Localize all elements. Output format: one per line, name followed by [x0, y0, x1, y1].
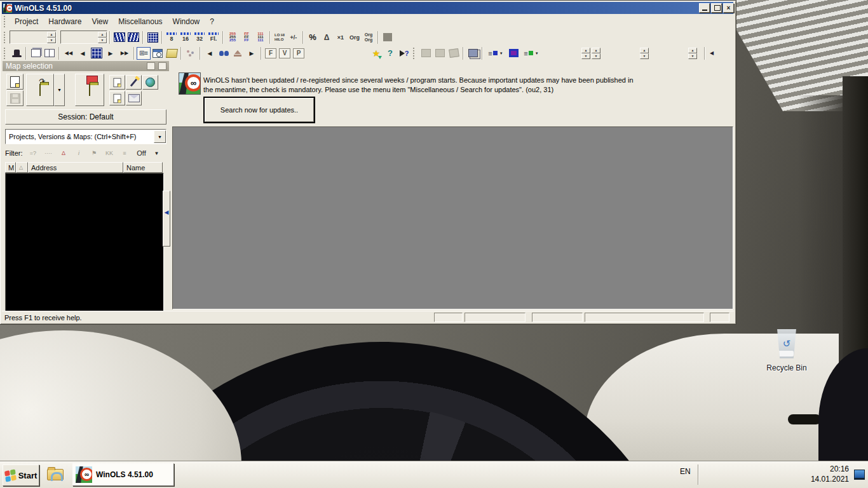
format-8bit-button[interactable]: 8 — [165, 31, 179, 44]
nav-first-button[interactable]: ◀◀ — [62, 47, 76, 60]
import-file-button[interactable] — [109, 75, 125, 90]
color-scheme-button[interactable] — [506, 47, 520, 60]
search-maps-disabled-1[interactable] — [419, 47, 433, 60]
map-list-area[interactable] — [5, 173, 164, 312]
column-m[interactable]: M — [5, 162, 16, 173]
show-desktop-button[interactable] — [854, 468, 865, 481]
menu-window[interactable]: Window — [168, 16, 205, 27]
nav-last-button[interactable]: ▶▶ — [118, 47, 132, 60]
format-16bit-button[interactable]: 16 — [179, 31, 193, 44]
open-project-dropdown[interactable]: ▼ — [54, 74, 65, 106]
send-email-button[interactable] — [126, 91, 142, 105]
wizard-button[interactable] — [10, 47, 24, 60]
panel-splitter[interactable]: ◀ — [163, 191, 170, 247]
view-selector-arrow[interactable]: ▼ — [154, 130, 166, 143]
list-options-1-button[interactable]: ≡ ▼ — [485, 47, 506, 60]
view-selector-dropdown[interactable]: Projects, Versions & Maps: (Ctrl+Shift+F… — [5, 129, 166, 144]
search-button[interactable] — [217, 47, 231, 60]
show-projects-p-button[interactable]: P — [292, 47, 306, 60]
color-fill-button[interactable] — [381, 31, 395, 44]
filter-lines-button[interactable]: ≡ — [118, 147, 132, 159]
search-maps-disabled-2[interactable] — [433, 47, 447, 60]
close-button[interactable]: × — [723, 3, 734, 13]
context-help-button[interactable]: ? — [397, 47, 411, 60]
recycle-bin-label[interactable]: Recycle Bin — [756, 363, 817, 372]
original-view-button[interactable]: Org — [348, 31, 362, 44]
split-window-button[interactable] — [43, 47, 57, 60]
menu-view[interactable]: View — [86, 16, 113, 27]
publish-button[interactable] — [231, 47, 245, 60]
download-ecu-button[interactable] — [142, 75, 158, 90]
value-stepper-2[interactable]: ▲▼ — [60, 30, 107, 44]
hexdump-view-button[interactable] — [146, 31, 159, 44]
menu-hardware[interactable]: Hardware — [43, 16, 86, 27]
check-updates-button[interactable]: ★ — [369, 47, 383, 60]
window-copy-button[interactable] — [466, 47, 480, 60]
restore-button[interactable] — [711, 3, 722, 13]
column-stepper[interactable]: ▲▼ — [688, 48, 697, 59]
search-maps-disabled-3[interactable] — [447, 47, 461, 60]
factor-x1-button[interactable]: ×1 — [334, 31, 348, 44]
filter-flag-button[interactable]: ⚑ — [87, 147, 102, 159]
show-maps-f-button[interactable]: F — [264, 47, 278, 60]
byte-order-button[interactable]: LO HI HILO — [273, 31, 287, 44]
delta-view-button[interactable]: Δ — [320, 31, 334, 44]
menu-miscellanous[interactable]: Miscellanous — [113, 16, 167, 27]
export-file-button[interactable] — [109, 91, 125, 105]
panel-pin-button[interactable] — [147, 62, 155, 70]
filter-info-button[interactable]: i — [72, 147, 86, 159]
menu-project[interactable]: Project — [10, 16, 43, 27]
filter-off-button[interactable]: Off — [133, 147, 151, 159]
original-compare-button[interactable]: Org Org — [362, 31, 376, 44]
filter-compare-button[interactable]: =? — [26, 147, 41, 159]
column-name[interactable]: Name — [123, 162, 163, 173]
column-sort[interactable]: △ — [16, 162, 28, 173]
filter-delta-button[interactable]: Δ — [57, 147, 71, 159]
save-map-button[interactable] — [6, 90, 24, 106]
base-hex-button[interactable]: FFFFFF — [240, 31, 254, 44]
offset-stepper[interactable]: ▲▼ — [640, 48, 649, 59]
nav-prev-button[interactable]: ◀ — [76, 47, 90, 60]
axis-stepper-a[interactable]: ▲▼ — [581, 48, 590, 59]
format-float-button[interactable]: Fl. — [207, 31, 220, 44]
quick-launch-folder[interactable] — [46, 466, 65, 484]
help-button[interactable]: ? — [383, 47, 397, 60]
new-map-button[interactable] — [6, 74, 24, 90]
format-32bit-button[interactable]: 32 — [193, 31, 207, 44]
list-options-2-button[interactable]: ≡ ▼ — [520, 47, 542, 60]
sign-toggle-button[interactable]: +/- — [287, 31, 301, 44]
session-button[interactable]: Session: Default — [5, 109, 166, 125]
project-properties-button[interactable] — [29, 47, 43, 60]
filter-bytes-button[interactable]: ···· — [41, 147, 56, 159]
show-versions-v-button[interactable]: V — [278, 47, 292, 60]
scatter-plot-button[interactable] — [184, 47, 198, 60]
view-2d-button[interactable] — [112, 31, 126, 44]
auto-maps-button[interactable] — [126, 75, 142, 90]
filter-kk-button[interactable]: KK — [102, 147, 117, 159]
axis-stepper-b[interactable]: ▲▼ — [592, 48, 600, 59]
start-button[interactable]: Start — [3, 464, 39, 486]
menu-help[interactable]: ? — [205, 16, 219, 27]
map-overview-button[interactable] — [90, 47, 104, 60]
base-decimal-button[interactable]: 255255255 — [226, 31, 240, 44]
nav-next-button[interactable]: ▶ — [104, 47, 118, 60]
app-icon[interactable]: ∞ — [3, 4, 12, 13]
filter-dropdown-arrow[interactable]: ▼ — [151, 147, 163, 159]
stepper2-spin[interactable]: ▲▼ — [98, 32, 107, 43]
language-indicator[interactable]: EN — [680, 467, 691, 476]
search-prev-button[interactable]: ◀ — [203, 47, 217, 60]
import-project-button[interactable] — [75, 74, 104, 106]
minimize-button[interactable] — [699, 3, 710, 13]
view-3d-button[interactable] — [126, 31, 140, 44]
map-preview-button[interactable] — [151, 47, 165, 60]
taskbar-task-winols[interactable]: ∞ WinOLS 4.51.00 — [72, 463, 174, 486]
base-binary-button[interactable]: 111111111 — [254, 31, 268, 44]
search-updates-button[interactable]: Search now for updates.. — [203, 97, 315, 123]
panel-close-button[interactable] — [158, 62, 166, 70]
percent-view-button[interactable]: % — [306, 31, 320, 44]
map-tree-toggle[interactable]: ⊞≡ — [137, 47, 151, 60]
value-stepper-1[interactable]: ▲▼ — [10, 30, 57, 44]
column-address[interactable]: Address — [28, 162, 123, 173]
toolbar-overflow-chevron[interactable]: ◀ — [707, 47, 716, 60]
stepper1-spin[interactable]: ▲▼ — [47, 32, 56, 43]
